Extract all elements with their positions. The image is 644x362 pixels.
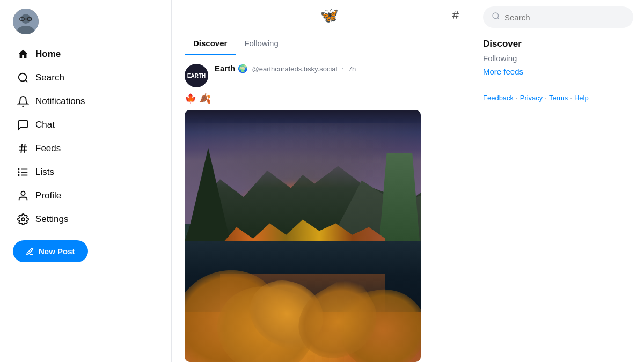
tab-bar: Discover Following xyxy=(172,31,472,55)
following-link[interactable]: Following xyxy=(483,54,633,63)
new-post-label: New Post xyxy=(39,247,75,256)
sidebar-label-notifications: Notifications xyxy=(35,96,85,107)
more-feeds-link[interactable]: More feeds xyxy=(483,67,633,76)
svg-point-19 xyxy=(21,218,25,221)
svg-point-25 xyxy=(493,13,499,19)
search-icon xyxy=(17,72,29,84)
edit-icon xyxy=(26,247,34,256)
post-time: 7h xyxy=(348,65,356,73)
sidebar-item-search[interactable]: Search xyxy=(13,67,158,89)
chat-icon xyxy=(17,119,29,131)
svg-line-10 xyxy=(21,144,22,153)
left-sidebar: Home Search Notifications Chat Feeds Lis… xyxy=(0,0,172,362)
search-box[interactable] xyxy=(483,6,633,28)
discover-section: Discover Following More feeds xyxy=(483,39,633,76)
sidebar-item-feeds[interactable]: Feeds xyxy=(13,137,158,160)
feedback-link[interactable]: Feedback xyxy=(483,94,514,102)
butterfly-logo: 🦋 xyxy=(320,6,339,24)
help-link[interactable]: Help xyxy=(574,94,589,102)
home-icon xyxy=(17,48,29,60)
svg-point-17 xyxy=(18,175,19,176)
main-content: 🦋 # Discover Following EARTH Earth 🌍 @ea… xyxy=(172,0,472,362)
svg-line-7 xyxy=(25,80,27,82)
footer-links: Feedback · Privacy · Terms · Help xyxy=(483,94,633,102)
discover-title: Discover xyxy=(483,39,633,49)
tab-discover[interactable]: Discover xyxy=(185,31,236,55)
sidebar-label-home: Home xyxy=(35,49,61,60)
avatar[interactable] xyxy=(13,9,39,34)
post-author[interactable]: Earth 🌍 xyxy=(215,64,248,73)
sidebar-label-lists: Lists xyxy=(35,167,54,178)
sidebar-label-settings: Settings xyxy=(35,214,68,225)
svg-text:EARTH: EARTH xyxy=(187,73,206,79)
terms-link[interactable]: Terms xyxy=(549,94,568,102)
sidebar-label-chat: Chat xyxy=(35,120,55,130)
svg-point-16 xyxy=(18,172,19,173)
post-header: EARTH Earth 🌍 @earthcurateds.bsky.social… xyxy=(185,64,459,87)
tab-following[interactable]: Following xyxy=(236,31,287,55)
svg-line-26 xyxy=(497,18,499,19)
svg-line-11 xyxy=(24,144,25,153)
sidebar-label-profile: Profile xyxy=(35,190,61,201)
list-icon xyxy=(17,166,29,178)
sidebar-item-notifications[interactable]: Notifications xyxy=(13,90,158,113)
divider xyxy=(483,85,633,85)
post-container: EARTH Earth 🌍 @earthcurateds.bsky.social… xyxy=(172,55,472,362)
hashtag-button[interactable]: # xyxy=(452,9,459,23)
search-input[interactable] xyxy=(504,13,625,22)
new-post-button[interactable]: New Post xyxy=(13,240,88,262)
privacy-link[interactable]: Privacy xyxy=(520,94,543,102)
sidebar-item-home[interactable]: Home xyxy=(13,43,158,65)
post-image[interactable] xyxy=(185,110,421,362)
bell-icon xyxy=(17,95,29,107)
sidebar-item-settings[interactable]: Settings xyxy=(13,208,158,231)
hash-icon xyxy=(17,143,29,154)
main-header: 🦋 # xyxy=(172,0,472,31)
post-emojis: 🍁 🍂 xyxy=(185,93,459,105)
right-sidebar: Discover Following More feeds Feedback ·… xyxy=(472,0,644,362)
post-avatar[interactable]: EARTH xyxy=(185,64,208,87)
svg-point-15 xyxy=(18,169,19,170)
profile-icon xyxy=(17,190,29,202)
post-meta: Earth 🌍 @earthcurateds.bsky.social · 7h xyxy=(215,64,356,73)
sidebar-label-search: Search xyxy=(35,72,64,83)
search-icon-right xyxy=(492,12,500,23)
sidebar-item-profile[interactable]: Profile xyxy=(13,184,158,207)
sidebar-item-lists[interactable]: Lists xyxy=(13,161,158,183)
post-handle: @earthcurateds.bsky.social xyxy=(252,65,338,73)
settings-icon xyxy=(17,213,29,225)
svg-point-18 xyxy=(21,191,25,195)
svg-point-6 xyxy=(19,73,27,82)
sidebar-label-feeds: Feeds xyxy=(35,143,61,154)
sidebar-item-chat[interactable]: Chat xyxy=(13,114,158,136)
